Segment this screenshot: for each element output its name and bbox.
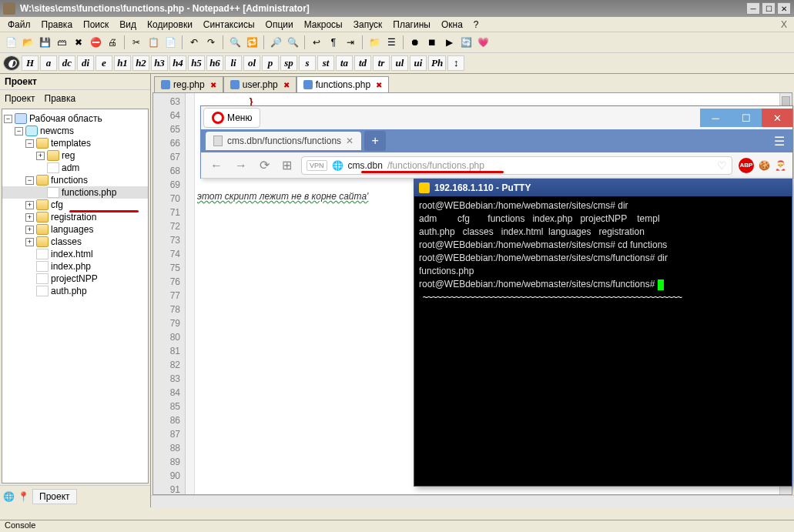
project-menu-edit[interactable]: Правка bbox=[45, 93, 76, 104]
tree-reg[interactable]: +reg bbox=[2, 149, 148, 162]
editor-hscrollbar[interactable] bbox=[151, 495, 794, 507]
tb2-dc[interactable]: dc bbox=[59, 55, 75, 71]
tb2-tr[interactable]: tr bbox=[373, 55, 390, 71]
tb-indent-icon[interactable]: ⇥ bbox=[343, 35, 358, 50]
pb-pin-icon[interactable]: 📍 bbox=[18, 491, 29, 502]
opera-back-icon[interactable]: ← bbox=[207, 157, 226, 174]
tb-redo-icon[interactable]: ↷ bbox=[203, 35, 219, 50]
tb2-st[interactable]: st bbox=[317, 55, 334, 71]
tree-classes[interactable]: +classes bbox=[2, 236, 148, 248]
cookie-icon[interactable]: 🍪 bbox=[759, 160, 770, 171]
tb-paste-icon[interactable]: 📄 bbox=[162, 35, 178, 50]
project-tree[interactable]: −Рабочая область −newcms −templates +reg… bbox=[2, 109, 149, 483]
opera-maximize-button[interactable]: ☐ bbox=[731, 109, 762, 127]
tree-projectnpp[interactable]: projectNPP bbox=[2, 273, 148, 285]
tb2-H[interactable]: H bbox=[22, 55, 39, 71]
extension-icon[interactable]: 🎅 bbox=[775, 160, 786, 171]
opera-menu-button[interactable]: Меню bbox=[203, 108, 260, 128]
tree-auth-php[interactable]: auth.php bbox=[2, 285, 148, 297]
tb2-cookie-icon[interactable]: ◐ bbox=[3, 55, 20, 71]
tb-zoomin-icon[interactable]: 🔎 bbox=[268, 35, 283, 50]
file-tab-user[interactable]: user.php✖ bbox=[223, 76, 296, 92]
tb-save-icon[interactable]: 💾 bbox=[37, 35, 52, 50]
pb-world-icon[interactable]: 🌐 bbox=[3, 491, 15, 502]
tb-undo-icon[interactable]: ↶ bbox=[186, 35, 202, 50]
tb2-h2[interactable]: h2 bbox=[132, 55, 149, 71]
tb-print-icon[interactable]: 🖨 bbox=[105, 35, 120, 50]
opera-close-button[interactable]: ✕ bbox=[762, 109, 792, 127]
vpn-badge[interactable]: VPN bbox=[307, 160, 327, 171]
tb-macro-record-icon[interactable]: ⏺ bbox=[407, 35, 423, 50]
tb2-td[interactable]: td bbox=[354, 55, 371, 71]
tb2-di[interactable]: di bbox=[77, 55, 94, 71]
tb2-h4[interactable]: h4 bbox=[169, 55, 186, 71]
menu-search[interactable]: Поиск bbox=[79, 18, 113, 32]
tb-macro-loop-icon[interactable]: 🔄 bbox=[458, 35, 474, 50]
tree-adm[interactable]: adm bbox=[2, 162, 148, 174]
menu-view[interactable]: Вид bbox=[115, 18, 141, 32]
tb2-ul[interactable]: ul bbox=[391, 55, 408, 71]
opera-hamburger-icon[interactable]: ☰ bbox=[771, 131, 788, 152]
npp-close-button[interactable]: ✕ bbox=[777, 2, 791, 15]
close-icon[interactable]: ✖ bbox=[376, 81, 382, 89]
tb-wordwrap-icon[interactable]: ↩ bbox=[309, 35, 324, 50]
close-icon[interactable]: ✖ bbox=[283, 81, 290, 89]
tb2-e[interactable]: e bbox=[95, 55, 112, 71]
menu-macro[interactable]: Макросы bbox=[300, 18, 347, 32]
tb2-p[interactable]: p bbox=[262, 55, 279, 71]
npp-minimize-button[interactable]: ─ bbox=[746, 2, 760, 15]
tb2-a[interactable]: a bbox=[40, 55, 57, 71]
menu-plugins[interactable]: Плагины bbox=[388, 18, 435, 32]
tb2-s[interactable]: s bbox=[299, 55, 316, 71]
menu-file[interactable]: Файл bbox=[3, 18, 35, 32]
npp-maximize-button[interactable]: ☐ bbox=[762, 2, 776, 15]
menu-edit[interactable]: Правка bbox=[37, 18, 78, 32]
tb-saveall-icon[interactable]: 🗃 bbox=[54, 35, 69, 50]
file-tab-functions[interactable]: functions.php✖ bbox=[296, 76, 389, 92]
tree-cfg[interactable]: +cfg bbox=[2, 199, 148, 211]
opera-titlebar[interactable]: Меню ─ ☐ ✕ bbox=[201, 106, 792, 129]
tb2-ui[interactable]: ui bbox=[410, 55, 427, 71]
opera-tab[interactable]: cms.dbn/functions/functions ✕ bbox=[206, 132, 361, 150]
tb2-arrow-icon[interactable]: ↕ bbox=[447, 55, 464, 71]
opera-reload-icon[interactable]: ⟳ bbox=[256, 156, 273, 174]
tb2-ol[interactable]: ol bbox=[243, 55, 260, 71]
tb-open-icon[interactable]: 📂 bbox=[20, 35, 35, 50]
tb-macro-play-icon[interactable]: ▶ bbox=[441, 35, 457, 50]
opera-minimize-button[interactable]: ─ bbox=[700, 109, 731, 127]
menu-help[interactable]: ? bbox=[469, 18, 484, 32]
tab-close-icon[interactable]: ✕ bbox=[346, 136, 353, 146]
opera-speed-dial-icon[interactable]: ⊞ bbox=[279, 156, 295, 174]
project-bottom-tab[interactable]: Проект bbox=[32, 489, 77, 504]
tb-closeall-icon[interactable]: ⛔ bbox=[88, 35, 103, 50]
menu-window[interactable]: Окна bbox=[437, 18, 467, 32]
file-tab-reg[interactable]: reg.php✖ bbox=[154, 76, 223, 92]
fold-margin[interactable] bbox=[186, 93, 195, 494]
tb-showchars-icon[interactable]: ¶ bbox=[326, 35, 341, 50]
tree-workspace[interactable]: −Рабочая область bbox=[2, 112, 148, 125]
tb2-sp[interactable]: sp bbox=[280, 55, 297, 71]
tb2-li[interactable]: li bbox=[225, 55, 242, 71]
bookmark-heart-icon[interactable]: ♡ bbox=[717, 159, 727, 172]
tb2-Ph[interactable]: Ph bbox=[428, 55, 446, 71]
tb-cut-icon[interactable]: ✂ bbox=[129, 35, 144, 50]
tb2-h5[interactable]: h5 bbox=[188, 55, 205, 71]
tb-new-icon[interactable]: 📄 bbox=[3, 35, 18, 50]
tree-newcms[interactable]: −newcms bbox=[2, 125, 148, 137]
opera-forward-icon[interactable]: → bbox=[232, 157, 250, 174]
npp-doc-close-button[interactable]: X bbox=[777, 19, 791, 30]
tb-replace-icon[interactable]: 🔁 bbox=[244, 35, 260, 50]
tb-zoomout-icon[interactable]: 🔍 bbox=[285, 35, 300, 50]
menu-run[interactable]: Запуск bbox=[349, 18, 387, 32]
menu-settings[interactable]: Опции bbox=[261, 18, 298, 32]
menu-language[interactable]: Синтаксисы bbox=[199, 18, 260, 32]
opera-newtab-button[interactable]: + bbox=[364, 131, 386, 151]
tb2-h3[interactable]: h3 bbox=[151, 55, 168, 71]
tree-index-php[interactable]: index.php bbox=[2, 260, 148, 273]
tree-languages[interactable]: +languages bbox=[2, 223, 148, 236]
tree-functions-folder[interactable]: −functions bbox=[2, 174, 148, 186]
tb-heart-icon[interactable]: 💗 bbox=[475, 35, 491, 50]
tb-find-icon[interactable]: 🔍 bbox=[227, 35, 243, 50]
tree-index-html[interactable]: index.html bbox=[2, 248, 148, 260]
tree-registration[interactable]: +registration bbox=[2, 211, 148, 223]
